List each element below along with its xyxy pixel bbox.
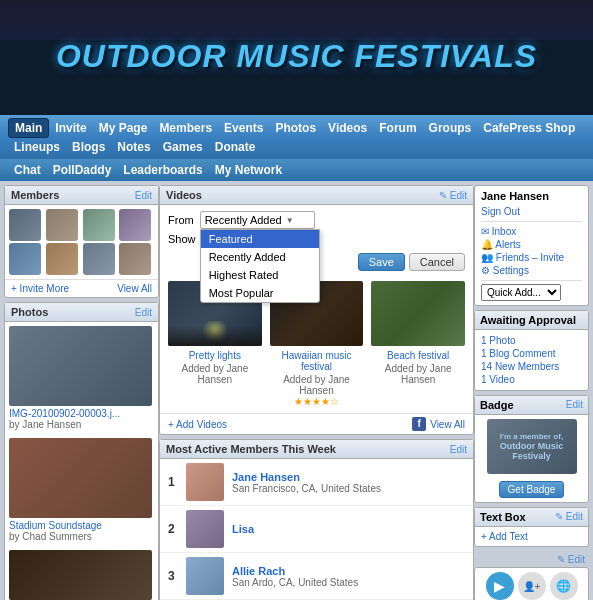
quick-add-select[interactable]: Quick Add... bbox=[481, 284, 561, 301]
nav-forum[interactable]: Forum bbox=[373, 119, 422, 137]
photos-panel: Photos Edit IMG-20100902-00003.j... by J… bbox=[4, 302, 159, 600]
user-panel: Jane Hansen Sign Out ✉ Inbox 🔔 Alerts 👥 … bbox=[474, 185, 589, 306]
member-name-allie[interactable]: Allie Rach bbox=[232, 565, 465, 577]
videos-view-all[interactable]: View All bbox=[430, 419, 465, 430]
site-title: OUTDOOR MUSIC FESTIVALS bbox=[56, 37, 537, 74]
photo-thumb-1[interactable] bbox=[9, 326, 152, 406]
nav-notes[interactable]: Notes bbox=[111, 138, 156, 156]
members-view-all[interactable]: View All bbox=[117, 283, 152, 294]
member-avatar-8[interactable] bbox=[119, 243, 151, 275]
rank-1: 1 bbox=[168, 475, 178, 489]
active-members-edit[interactable]: Edit bbox=[450, 444, 467, 455]
settings-link[interactable]: ⚙ Settings bbox=[481, 264, 582, 277]
nav-blogs[interactable]: Blogs bbox=[66, 138, 111, 156]
member-avatar-7[interactable] bbox=[83, 243, 115, 275]
member-info-jane: Jane Hansen San Francisco, CA, United St… bbox=[232, 471, 465, 494]
friends-link[interactable]: 👥 Friends – Invite bbox=[481, 251, 582, 264]
chevron-down-icon: ▼ bbox=[286, 216, 294, 225]
dropdown-option-featured[interactable]: Featured bbox=[201, 230, 319, 248]
member-avatar-allie[interactable] bbox=[186, 557, 224, 595]
right-column: Jane Hansen Sign Out ✉ Inbox 🔔 Alerts 👥 … bbox=[474, 185, 589, 600]
member-avatar-3[interactable] bbox=[83, 209, 115, 241]
photo-thumb-2[interactable] bbox=[9, 438, 152, 518]
video-item-3: Beach festival Added by Jane Hansen bbox=[371, 281, 465, 407]
get-badge-button[interactable]: Get Badge bbox=[499, 481, 565, 498]
replay-button[interactable]: ▶ bbox=[486, 572, 514, 600]
left-column: Members Edit + Invite More View All Ph bbox=[4, 185, 159, 600]
member-avatar-jane[interactable] bbox=[186, 463, 224, 501]
invite-more-link[interactable]: + Invite More bbox=[11, 283, 69, 294]
nav-groups[interactable]: Groups bbox=[423, 119, 478, 137]
sign-out-link[interactable]: Sign Out bbox=[481, 205, 582, 218]
badge-member-text: I'm a member of, bbox=[491, 432, 573, 441]
awaiting-photo[interactable]: 1 Photo bbox=[481, 334, 582, 347]
nav-cafepress[interactable]: CafePress Shop bbox=[477, 119, 581, 137]
member-name-jane[interactable]: Jane Hansen bbox=[232, 471, 465, 483]
video-title-1[interactable]: Pretty lights bbox=[168, 350, 262, 361]
nav-donate[interactable]: Donate bbox=[209, 138, 262, 156]
inbox-icon: ✉ bbox=[481, 226, 492, 237]
photos-title: Photos bbox=[11, 306, 48, 318]
facebook-icon: f bbox=[412, 417, 426, 431]
badge-edit-link[interactable]: Edit bbox=[566, 399, 583, 411]
nav-main[interactable]: Main bbox=[8, 118, 49, 138]
awaiting-blog-comment[interactable]: 1 Blog Comment bbox=[481, 347, 582, 360]
nav-chat[interactable]: Chat bbox=[8, 161, 47, 179]
nav-leaderboards[interactable]: Leaderboards bbox=[117, 161, 208, 179]
photo-title-2[interactable]: Stadium Soundstage bbox=[9, 520, 154, 531]
video-thumb-3[interactable] bbox=[371, 281, 465, 346]
member-avatar-1[interactable] bbox=[9, 209, 41, 241]
awaiting-new-members[interactable]: 14 New Members bbox=[481, 360, 582, 373]
member-avatar-4[interactable] bbox=[119, 209, 151, 241]
globe-button[interactable]: 🌐 bbox=[550, 572, 578, 600]
video-title-2[interactable]: Hawaiian music festival bbox=[270, 350, 364, 372]
share-button[interactable]: 👤+ bbox=[518, 572, 546, 600]
cancel-button[interactable]: Cancel bbox=[409, 253, 465, 271]
primary-nav: Main Invite My Page Members Events Photo… bbox=[0, 115, 593, 159]
awaiting-panel: Awaiting Approval 1 Photo 1 Blog Comment… bbox=[474, 310, 589, 391]
video-meta-3: Added by Jane Hansen bbox=[371, 363, 465, 385]
photo-item-2: Stadium Soundstage by Chad Summers bbox=[5, 434, 158, 546]
nav-members[interactable]: Members bbox=[153, 119, 218, 137]
members-edit-link[interactable]: Edit bbox=[135, 190, 152, 201]
photo-title-1[interactable]: IMG-20100902-00003.j... bbox=[9, 408, 154, 419]
member-name-lisa[interactable]: Lisa bbox=[232, 523, 465, 535]
nav-polldaddy[interactable]: PollDaddy bbox=[47, 161, 118, 179]
nav-videos[interactable]: Videos bbox=[322, 119, 373, 137]
nav-games[interactable]: Games bbox=[157, 138, 209, 156]
inbox-link[interactable]: ✉ Inbox bbox=[481, 225, 582, 238]
secondary-nav: Chat PollDaddy Leaderboards My Network bbox=[0, 159, 593, 181]
member-avatar-lisa[interactable] bbox=[186, 510, 224, 548]
videos-panel: Videos ✎ Edit From Recently Added ▼ Feat… bbox=[159, 185, 474, 435]
photo-thumb-3[interactable] bbox=[9, 550, 152, 600]
dropdown-option-recently[interactable]: Recently Added bbox=[201, 248, 319, 266]
pencil-icon-3: ✎ bbox=[555, 511, 563, 522]
nav-mypage[interactable]: My Page bbox=[93, 119, 154, 137]
photo-item-1: IMG-20100902-00003.j... by Jane Hansen bbox=[5, 322, 158, 434]
dropdown-option-highest[interactable]: Highest Rated bbox=[201, 266, 319, 284]
save-button[interactable]: Save bbox=[358, 253, 405, 271]
globe-icon: 🌐 bbox=[556, 579, 571, 593]
from-dropdown-selected[interactable]: Recently Added ▼ bbox=[200, 211, 315, 229]
photos-edit-link[interactable]: Edit bbox=[135, 307, 152, 318]
textbox-content: + Add Text bbox=[475, 527, 588, 546]
awaiting-video[interactable]: 1 Video bbox=[481, 373, 582, 386]
active-member-row-2: 2 Lisa bbox=[160, 506, 473, 553]
add-text-link[interactable]: + Add Text bbox=[481, 531, 528, 542]
alerts-link[interactable]: 🔔 Alerts bbox=[481, 238, 582, 251]
nav-lineups[interactable]: Lineups bbox=[8, 138, 66, 156]
dropdown-option-popular[interactable]: Most Popular bbox=[201, 284, 319, 302]
active-member-row-1: 1 Jane Hansen San Francisco, CA, United … bbox=[160, 459, 473, 506]
extra-edit-link[interactable]: ✎ Edit bbox=[557, 554, 585, 565]
nav-events[interactable]: Events bbox=[218, 119, 269, 137]
nav-invite[interactable]: Invite bbox=[49, 119, 92, 137]
member-avatar-6[interactable] bbox=[46, 243, 78, 275]
nav-mynetwork[interactable]: My Network bbox=[209, 161, 288, 179]
videos-edit-link[interactable]: ✎ Edit bbox=[439, 190, 467, 201]
member-avatar-2[interactable] bbox=[46, 209, 78, 241]
video-title-3[interactable]: Beach festival bbox=[371, 350, 465, 361]
textbox-edit-link[interactable]: ✎ Edit bbox=[555, 511, 583, 523]
member-avatar-5[interactable] bbox=[9, 243, 41, 275]
nav-photos[interactable]: Photos bbox=[269, 119, 322, 137]
add-videos-link[interactable]: + Add Videos bbox=[168, 419, 227, 430]
